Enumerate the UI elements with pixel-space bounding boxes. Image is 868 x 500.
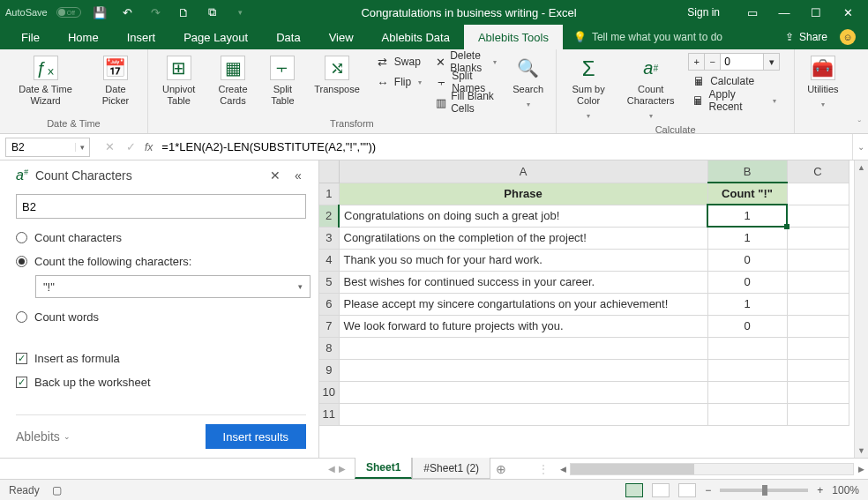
apply-recent-button[interactable]: 🖩Apply Recent▾	[688, 92, 780, 109]
tab-file[interactable]: File	[7, 25, 54, 49]
row-header[interactable]: 2	[319, 205, 339, 227]
characters-select[interactable]: "!" ▾	[35, 275, 311, 298]
split-names-button[interactable]: ⫟Split Names	[432, 73, 500, 91]
unpivot-icon: ⊞	[167, 56, 191, 80]
copy-icon[interactable]: ⧉	[203, 3, 222, 22]
tab-data[interactable]: Data	[262, 25, 314, 49]
check-backup-worksheet[interactable]: ✓ Back up the worksheet	[16, 376, 306, 389]
utilities-button[interactable]: 🧰Utilities▾	[802, 53, 843, 113]
row-header[interactable]: 1	[319, 183, 339, 205]
enter-formula-icon[interactable]: ✓	[122, 140, 139, 153]
col-header-b[interactable]: B	[707, 160, 787, 183]
share-button[interactable]: ⇪ Share	[785, 31, 827, 43]
fill-blank-button[interactable]: ▥Fill Blank Cells	[432, 93, 500, 111]
feedback-smiley-icon[interactable]: ☺	[840, 29, 856, 45]
calc-value-input[interactable]: +−▾	[688, 53, 780, 71]
new-sheet-icon[interactable]: ⊕	[490, 459, 512, 479]
checkbox-icon: ✓	[16, 353, 27, 364]
radio-count-following[interactable]: Count the following characters:	[16, 255, 306, 268]
zoom-in-icon[interactable]: +	[817, 484, 823, 496]
flip-button[interactable]: ↔Flip▾	[372, 73, 425, 91]
signin-link[interactable]: Sign in	[687, 6, 720, 19]
fill-handle[interactable]	[784, 224, 789, 229]
qat-dropdown-icon[interactable]: ▾	[231, 3, 251, 22]
zoom-out-icon[interactable]: −	[705, 484, 711, 496]
active-cell[interactable]: 1	[707, 205, 787, 227]
view-page-break-icon[interactable]	[678, 483, 696, 497]
ablebits-brand[interactable]: Ablebits⌄	[16, 429, 71, 444]
search-button[interactable]: 🔍Search▾	[507, 53, 549, 113]
datetime-wizard-icon: ƒₓ	[34, 56, 58, 80]
tab-prev-icon[interactable]: ◀	[328, 464, 335, 474]
menubar: File Home Insert Page Layout Data View A…	[0, 25, 868, 49]
range-input[interactable]	[16, 194, 306, 219]
count-characters-button[interactable]: a#Count Characters▾	[620, 53, 681, 124]
maximize-icon[interactable]: ☐	[801, 2, 831, 23]
undo-icon[interactable]: ↶	[118, 3, 138, 22]
cell[interactable]: Congratulations on doing such a great jo…	[339, 205, 707, 227]
cells-grid[interactable]: A B C 1 Phrase Count "!" 2 Congratulatio…	[319, 160, 849, 426]
sheet-tab-sheet1[interactable]: Sheet1	[355, 458, 412, 479]
swap-button[interactable]: ⇄Swap	[372, 53, 425, 71]
select-all-corner[interactable]	[319, 160, 339, 183]
radio-count-characters[interactable]: Count characters	[16, 231, 306, 244]
date-time-wizard-button[interactable]: ƒₓ Date & Time Wizard	[7, 53, 84, 109]
minimize-icon[interactable]: —	[769, 2, 799, 23]
ribbon-display-icon[interactable]: ▭	[737, 2, 767, 23]
count-header[interactable]: Count "!"	[707, 183, 787, 205]
scroll-right-icon[interactable]: ▶	[854, 465, 868, 474]
sum-by-color-button[interactable]: ΣSum by Color▾	[564, 53, 613, 124]
fx-icon[interactable]: fx	[145, 141, 153, 153]
autosave-toggle[interactable]: Off	[56, 7, 81, 18]
save-icon[interactable]: 💾	[90, 3, 109, 22]
redo-icon[interactable]: ↷	[146, 3, 166, 22]
view-page-layout-icon[interactable]	[652, 483, 670, 497]
macro-record-icon[interactable]: ▢	[52, 484, 62, 496]
vertical-scrollbar[interactable]: ▲ ▼	[854, 160, 868, 458]
group-utilities: 🧰Utilities▾	[795, 49, 850, 133]
phrase-header[interactable]: Phrase	[339, 183, 707, 205]
tab-view[interactable]: View	[315, 25, 368, 49]
scroll-left-icon[interactable]: ◀	[556, 465, 570, 474]
tab-page-layout[interactable]: Page Layout	[169, 25, 262, 49]
panel-collapse-icon[interactable]: «	[290, 168, 306, 183]
apply-recent-icon: 🖩	[692, 93, 704, 108]
close-icon[interactable]: ✕	[833, 2, 863, 23]
tab-home[interactable]: Home	[54, 25, 113, 49]
insert-results-button[interactable]: Insert results	[206, 424, 306, 449]
sheet-tab-copy[interactable]: #Sheet1 (2)	[412, 458, 490, 479]
unpivot-table-button[interactable]: ⊞Unpivot Table	[155, 53, 203, 109]
name-box[interactable]: ▾	[5, 138, 90, 157]
sigma-icon: Σ	[576, 56, 601, 80]
tell-me[interactable]: 💡 Tell me what you want to do	[573, 31, 722, 43]
create-cards-button[interactable]: ▦Create Cards	[210, 53, 257, 109]
check-insert-as-formula[interactable]: ✓ Insert as formula	[16, 352, 306, 365]
tab-ablebits-data[interactable]: Ablebits Data	[368, 25, 464, 49]
tab-insert[interactable]: Insert	[113, 25, 170, 49]
tab-next-icon[interactable]: ▶	[339, 464, 346, 474]
col-header-a[interactable]: A	[339, 160, 707, 183]
zoom-slider[interactable]	[720, 489, 808, 492]
expand-formula-icon[interactable]: ⌄	[852, 134, 868, 160]
horizontal-scrollbar[interactable]: ⋮ ◀ ▶	[538, 459, 868, 479]
new-file-icon[interactable]: 🗋	[175, 3, 194, 22]
transpose-button[interactable]: ⤭Transpose	[309, 53, 365, 98]
cancel-formula-icon[interactable]: ✕	[101, 140, 118, 153]
zoom-level[interactable]: 100%	[832, 484, 859, 496]
scroll-up-icon[interactable]: ▲	[855, 160, 868, 175]
formula-input[interactable]	[158, 140, 852, 153]
collapse-ribbon-icon[interactable]: ˇ	[851, 49, 868, 133]
panel-close-icon[interactable]: ✕	[267, 168, 283, 183]
split-table-button[interactable]: ⫟Split Table	[264, 53, 303, 109]
scroll-down-icon[interactable]: ▼	[855, 444, 868, 458]
delete-blanks-button[interactable]: ✕Delete Blanks▾	[432, 53, 500, 71]
col-header-c[interactable]: C	[787, 160, 849, 183]
window-title: Congratulations in business writing - Ex…	[251, 6, 688, 19]
tab-ablebits-tools[interactable]: Ablebits Tools	[464, 25, 563, 49]
view-normal-icon[interactable]	[625, 483, 643, 497]
chevron-down-icon[interactable]: ▾	[75, 143, 89, 152]
calculate-button[interactable]: 🖩Calculate	[688, 72, 780, 90]
scroll-thumb[interactable]	[571, 464, 694, 474]
radio-count-words[interactable]: Count words	[16, 310, 306, 324]
date-picker-button[interactable]: 📅 Date Picker	[91, 53, 140, 109]
